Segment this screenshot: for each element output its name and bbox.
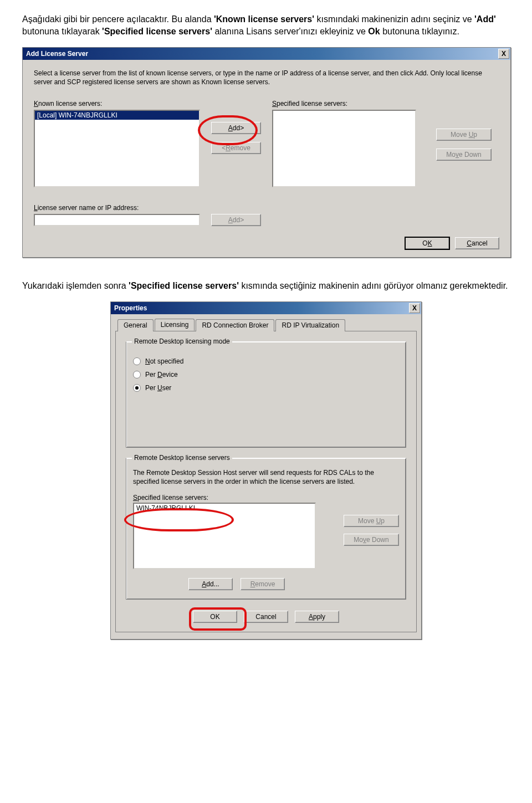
- accelerator: K: [428, 239, 432, 247]
- text: Mo: [354, 536, 363, 544]
- accelerator: L: [34, 204, 38, 212]
- accelerator: U: [157, 384, 162, 392]
- text: O: [422, 239, 427, 247]
- text: Yukarıdaki işlemden sonra: [22, 281, 129, 290]
- known-servers-listbox[interactable]: [Local] WIN-74NBJRGLLKI: [34, 110, 200, 187]
- text: dd>: [233, 216, 244, 224]
- text: Move: [358, 517, 376, 525]
- instruction-paragraph-2: Yukarıdaki işlemden sonra 'Specified lic…: [22, 280, 510, 292]
- tab-rd-connection-broker[interactable]: RD Connection Broker: [196, 319, 274, 331]
- text-bold: 'Add': [474, 14, 496, 24]
- remove-button[interactable]: <Remove: [211, 142, 261, 154]
- text-bold: Ok: [368, 27, 380, 36]
- accelerator: A: [228, 216, 233, 224]
- text: e Down: [366, 536, 389, 544]
- text: pply: [313, 613, 325, 621]
- radio-icon: [133, 384, 141, 392]
- specified-servers-label: Specified license servers:: [272, 100, 499, 108]
- text: butonuna tıklayınız.: [380, 27, 459, 36]
- text: p: [381, 517, 385, 525]
- radio-per-device[interactable]: Per Device: [133, 371, 399, 379]
- radio-not-specified[interactable]: Not specified: [133, 357, 399, 365]
- radio-icon: [133, 357, 141, 365]
- license-servers-groupbox: Remote Desktop license servers The Remot…: [126, 458, 406, 600]
- move-up-button[interactable]: Move Up: [344, 515, 399, 527]
- titlebar: Properties X: [111, 302, 421, 314]
- text: Aşağıdaki gibi bir pencere açılacaktır. …: [22, 14, 214, 24]
- cancel-button[interactable]: Cancel: [455, 237, 499, 249]
- text-bold: 'Specified license servers': [102, 27, 212, 36]
- specified-servers-listbox[interactable]: WIN-74NBJRGLLKI: [133, 503, 316, 569]
- tab-licensing[interactable]: Licensing: [155, 319, 195, 331]
- ip-address-label: License server name or IP address:: [34, 204, 499, 212]
- tabstrip: General Licensing RD Connection Broker R…: [115, 319, 417, 331]
- radio-per-user[interactable]: Per User: [133, 384, 399, 392]
- text: Mo: [446, 151, 456, 158]
- dialog-title: Properties: [114, 304, 147, 312]
- close-button[interactable]: X: [498, 49, 509, 59]
- apply-button[interactable]: Apply: [295, 611, 339, 623]
- text: Per: [145, 371, 157, 379]
- text-bold: 'Known license servers': [214, 14, 314, 24]
- close-button[interactable]: X: [409, 303, 420, 313]
- text: icense server name or IP address:: [38, 204, 139, 212]
- close-icon: X: [502, 50, 506, 57]
- move-down-button[interactable]: Move Down: [344, 534, 399, 546]
- text: ser: [162, 384, 172, 392]
- ok-button[interactable]: OK: [193, 611, 237, 623]
- accelerator: A: [228, 124, 233, 132]
- accelerator: N: [145, 357, 150, 365]
- text: dd...: [206, 580, 219, 588]
- add-button[interactable]: Add...: [188, 578, 233, 590]
- add-ip-button[interactable]: Add>: [211, 214, 261, 226]
- accelerator: D: [157, 371, 162, 379]
- text: dd>: [233, 124, 244, 132]
- accelerator: C: [467, 239, 472, 247]
- text: emove: [231, 144, 250, 152]
- specified-servers-listbox[interactable]: [272, 110, 416, 187]
- accelerator: A: [309, 613, 313, 621]
- close-icon: X: [412, 305, 417, 311]
- text: butonuna tıklayarak: [22, 27, 102, 36]
- accelerator: K: [34, 100, 38, 108]
- text: kısmındaki makinenizin adını seçiniz ve: [314, 14, 474, 24]
- groupbox-description: The Remote Desktop Session Host server w…: [133, 468, 399, 486]
- list-item[interactable]: WIN-74NBJRGLLKI: [134, 504, 315, 513]
- text: evice: [162, 371, 178, 379]
- text: emove: [255, 580, 275, 588]
- text: e Down: [459, 151, 482, 158]
- dialog-instructions: Select a license server from the list of…: [34, 69, 499, 86]
- text-bold: 'Specified license servers': [129, 281, 239, 290]
- dialog-title: Add License Server: [26, 50, 88, 58]
- accelerator: S: [133, 494, 137, 502]
- tab-general[interactable]: General: [117, 319, 154, 331]
- ip-address-input[interactable]: [34, 214, 200, 226]
- ok-button[interactable]: OK: [405, 237, 449, 249]
- add-button[interactable]: Add>: [211, 122, 261, 134]
- text: p: [473, 131, 477, 139]
- licensing-mode-groupbox: Remote Desktop licensing mode Not specif…: [126, 341, 406, 448]
- text: Per: [145, 384, 157, 392]
- cancel-button[interactable]: Cancel: [244, 611, 288, 623]
- remove-button[interactable]: Remove: [241, 578, 285, 590]
- text: alanına Lisans server'ınızı ekleyiniz ve: [212, 27, 368, 36]
- titlebar: Add License Server X: [23, 48, 510, 60]
- list-item[interactable]: [Local] WIN-74NBJRGLLKI: [35, 111, 199, 120]
- text: ot specified: [150, 357, 184, 365]
- text: ancel: [472, 239, 488, 247]
- properties-dialog: Properties X General Licensing RD Connec…: [110, 301, 422, 640]
- text: Move: [451, 131, 469, 139]
- groupbox-legend: Remote Desktop license servers: [132, 454, 232, 462]
- move-down-button[interactable]: Move Down: [436, 149, 492, 161]
- tab-rd-ip-virtualization[interactable]: RD IP Virtualization: [275, 319, 345, 331]
- instruction-paragraph-1: Aşağıdaki gibi bir pencere açılacaktır. …: [22, 13, 510, 38]
- text: kısmında seçtiğiniz makinenin adını görü…: [239, 281, 508, 290]
- groupbox-legend: Remote Desktop licensing mode: [132, 337, 232, 345]
- move-up-button[interactable]: Move Up: [436, 129, 492, 141]
- radio-icon: [133, 371, 141, 379]
- text: pecified license servers:: [277, 100, 347, 108]
- accelerator: R: [250, 580, 255, 588]
- accelerator: R: [226, 144, 231, 152]
- add-license-server-dialog: Add License Server X Select a license se…: [22, 47, 511, 258]
- text: nown license servers:: [38, 100, 102, 108]
